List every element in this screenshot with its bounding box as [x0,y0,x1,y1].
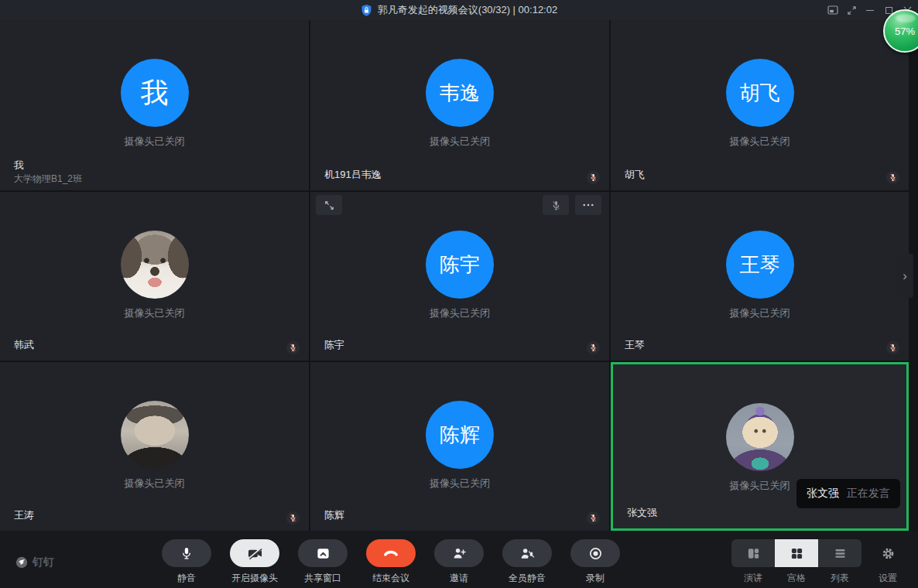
mute-all-button[interactable]: 全员静音 [502,539,552,585]
mic-muted-badge [886,341,899,354]
avatar-initials: 王琴 [740,251,780,279]
nameplate: 胡飞 [625,169,645,180]
participant-grid: 我 摄像头已关闭 我 大学物理B1_2班 韦逸 摄像头已关闭 机191吕韦逸 胡… [0,20,909,531]
avatar: 我 [121,59,189,127]
camera-off-text: 摄像头已关闭 [0,306,309,320]
share-window-icon [298,539,348,567]
mute-all-icon [502,539,552,567]
participant-tile[interactable]: 王琴 摄像头已关闭 王琴 [611,192,909,361]
participant-tile[interactable]: 陈宇 摄像头已关闭 陈宇 [310,192,609,361]
mic-muted-badge [587,341,600,354]
camera-off-text: 摄像头已关闭 [310,477,609,491]
settings-button[interactable]: 设置 [866,539,909,585]
title-bar: 郭凡奇发起的视频会议(30/32) | 00:12:02 [0,0,918,20]
camera-off-icon [230,539,279,567]
participant-name: 韩武 [14,339,34,350]
participant-name: 陈宇 [324,339,344,350]
mic-muted-icon [588,513,598,523]
side-panel-toggle[interactable]: › [896,254,913,298]
pip-window-icon[interactable] [824,0,842,20]
dingtalk-logo-icon [15,556,28,569]
toolbar-button-label: 开启摄像头 [231,572,278,585]
fullscreen-icon[interactable] [842,0,861,20]
record-button[interactable]: 录制 [570,539,620,585]
avatar: 陈辉 [426,401,494,469]
invite-button[interactable]: 邀请 [434,539,484,585]
camera-off-text: 摄像头已关闭 [310,306,609,320]
participant-name: 我 [14,159,82,171]
toolbar-button-label: 录制 [586,572,605,585]
participant-tile[interactable]: 摄像头已关闭 韩武 [0,192,309,361]
toolbar-button-label: 共享窗口 [304,572,341,585]
toolbar-buttons: 静音开启摄像头共享窗口结束会议邀请全员静音录制 [162,539,620,585]
camera-on-button[interactable]: 开启摄像头 [230,539,279,585]
participant-subtitle: 大学物理B1_2班 [14,173,82,184]
view-switcher-label: 宫格 [787,572,806,585]
view-list-tab[interactable]: 列表 [818,539,861,585]
network-quality-value: 57% [895,26,915,37]
nameplate: 王涛 [14,509,34,521]
speaking-status: 正在发言 [847,487,890,501]
avatar-initials: 胡飞 [740,80,780,107]
avatar: 韦逸 [426,59,494,127]
view-switcher-label: 演讲 [744,572,762,585]
camera-off-text: 摄像头已关闭 [0,135,309,149]
view-grid-tab[interactable]: 宫格 [775,539,818,585]
nameplate: 陈宇 [324,339,344,350]
shield-lock-icon [361,4,372,17]
mic-muted-badge [886,171,899,184]
camera-off-text: 摄像头已关闭 [310,135,609,149]
grid-view-icon [775,539,818,567]
toolbar: 钉钉 静音开启摄像头共享窗口结束会议邀请全员静音录制 演讲宫格列表 设置 [0,531,918,588]
mic-icon [162,539,211,567]
avatar-initials: 我 [141,74,169,112]
toolbar-button-label: 全员静音 [509,572,546,585]
view-speaker-tab[interactable]: 演讲 [731,539,775,585]
participant-name: 张文强 [627,507,657,518]
nameplate: 韩武 [14,339,34,350]
participant-tile[interactable]: 摄像头已关闭 张文强 张文强正在发言 [611,362,909,531]
mic-muted-icon [888,343,898,353]
mute-button[interactable]: 静音 [162,539,211,585]
mic-muted-badge [286,511,300,525]
nameplate: 王琴 [625,339,645,350]
toolbar-button-label: 邀请 [450,572,468,585]
settings-label: 设置 [879,572,897,585]
hangup-icon [366,539,416,567]
nameplate: 机191吕韦逸 [324,169,382,180]
tile-more-button[interactable] [575,195,601,215]
view-switcher-label: 列表 [831,572,849,585]
avatar-initials: 陈宇 [440,251,480,279]
nameplate: 我 大学物理B1_2班 [14,159,82,184]
tile-expand-button[interactable] [316,195,342,215]
participant-tile[interactable]: 韦逸 摄像头已关闭 机191吕韦逸 [310,20,609,190]
nameplate: 张文强 [627,507,657,518]
expand-icon [324,200,335,211]
speaker-view-icon [731,539,775,567]
share-window-button[interactable]: 共享窗口 [298,539,348,585]
participant-name: 王涛 [14,509,34,521]
avatar-initials: 韦逸 [440,80,480,107]
mic-muted-icon [588,173,598,183]
end-meeting-button[interactable]: 结束会议 [366,539,416,585]
record-icon [570,539,620,567]
participant-tile[interactable]: 摄像头已关闭 王涛 [0,362,309,531]
participant-tile[interactable]: 胡飞 摄像头已关闭 胡飞 [611,20,909,190]
mic-muted-icon [588,343,598,353]
participant-tile[interactable]: 我 摄像头已关闭 我 大学物理B1_2班 [0,20,309,190]
meeting-title: 郭凡奇发起的视频会议(30/32) | 00:12:02 [378,3,557,17]
avatar: 陈宇 [426,231,494,299]
mic-muted-icon [288,513,298,523]
camera-off-text: 摄像头已关闭 [611,306,909,320]
tile-mic-button[interactable] [543,195,569,215]
participant-name: 陈辉 [324,509,344,521]
participant-name: 王琴 [625,339,645,350]
participant-tile[interactable]: 陈辉 摄像头已关闭 陈辉 [310,362,609,531]
speaking-name: 张文强 [807,487,839,501]
minimize-icon[interactable] [861,0,879,20]
avatar [121,231,189,299]
avatar [121,401,189,469]
nameplate: 陈辉 [324,509,344,521]
mic-muted-badge [587,511,600,525]
mic-muted-badge [286,341,300,354]
